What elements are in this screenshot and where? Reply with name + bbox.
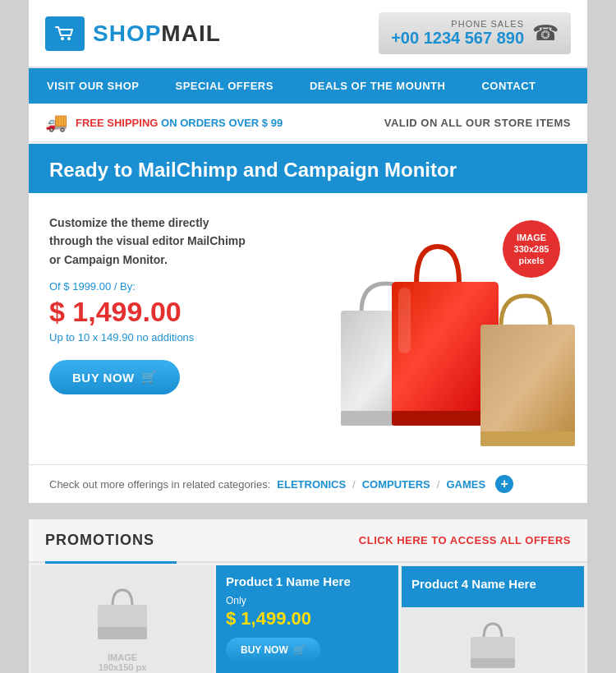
valid-text: VALID ON ALL OUR STORE ITEMS — [384, 117, 571, 129]
shipping-bar: 🚚 FREE SHIPPING ON ORDERS OVER $ 99 VALI… — [29, 104, 587, 142]
hero-content: Customize the theme directlythrough the … — [29, 193, 587, 464]
categories-bar: Check out more offerings in related cate… — [29, 464, 587, 503]
nav: VISIT OUR SHOP SPECIAL OFFERS DEALS OF T… — [29, 68, 587, 104]
svg-point-1 — [61, 37, 64, 40]
svg-rect-9 — [480, 431, 575, 446]
product-2-buy-button[interactable]: BUY NOW 🛒 — [226, 638, 320, 662]
nav-item-contact[interactable]: CONTACT — [463, 68, 554, 104]
product-3-name: Product 4 Name Here — [411, 576, 574, 592]
shipping-text: FREE SHIPPING ON ORDERS OVER $ 99 — [76, 117, 283, 129]
product-3-header: Product 4 Name Here — [402, 566, 584, 607]
truck-icon: 🚚 — [45, 112, 67, 133]
categories-label: Check out more offerings in related cate… — [49, 478, 270, 491]
product-3-bag-icon — [464, 617, 522, 671]
only-label: Only — [226, 595, 388, 606]
product-3-image: IMAGE 190x150 px — [402, 607, 584, 674]
category-games[interactable]: GAMES — [446, 478, 485, 491]
product-card-1: IMAGE 190x150 px — [31, 565, 214, 673]
nav-item-offers[interactable]: SPECIAL OFFERS — [157, 68, 291, 104]
original-price: Of $ 1999.00 / By: — [49, 280, 279, 293]
svg-rect-0 — [53, 22, 77, 45]
product-2-info: Product 1 Name Here Only $ 1,499.00 BUY … — [216, 565, 398, 671]
svg-rect-13 — [471, 658, 515, 668]
more-categories-button[interactable]: + — [495, 475, 513, 493]
category-electronics[interactable]: ELETRONICS — [277, 478, 346, 491]
phone-number: +00 1234 567 890 — [391, 29, 524, 48]
svg-rect-8 — [480, 325, 575, 446]
nav-item-deals[interactable]: DEALS OF THE MOUNTH — [292, 68, 464, 104]
phone-area: PHONE SALES +00 1234 567 890 ☎ — [379, 12, 571, 54]
phone-label: PHONE SALES — [391, 19, 524, 29]
product-1-image-label: IMAGE 190x150 px — [99, 652, 147, 672]
product-1-image: IMAGE 190x150 px — [31, 565, 214, 673]
cart-small-icon: 🛒 — [293, 644, 306, 656]
access-all-link[interactable]: CLICK HERE TO ACCESS ALL OFFERS — [359, 534, 571, 546]
hero-banner: Ready to MailChimp and Campaign Monitor — [29, 144, 587, 193]
phone-icon: ☎ — [532, 21, 559, 46]
header: SHOPMAIL PHONE SALES +00 1234 567 890 ☎ — [29, 0, 587, 68]
logo-text: SHOPMAIL — [93, 21, 221, 47]
svg-point-2 — [67, 37, 71, 40]
main-price: $ 1,499.00 — [49, 296, 279, 328]
hero-image-area: IMAGE 330x285 pixels — [296, 214, 567, 448]
cart-btn-icon: 🛒 — [141, 370, 158, 385]
product-card-3: Product 4 Name Here IMAGE 190x150 px — [401, 565, 585, 673]
hero-description: Customize the theme directlythrough the … — [49, 214, 279, 269]
image-badge: IMAGE 330x285 pixels — [503, 220, 560, 278]
svg-rect-6 — [398, 288, 411, 353]
product-2-name: Product 1 Name Here — [226, 574, 388, 590]
product-1-bag-icon — [90, 582, 155, 648]
product-2-price: $ 1,499.00 — [226, 608, 388, 629]
promotions-header: PROMOTIONS CLICK HERE TO ACCESS ALL OFFE… — [29, 519, 587, 563]
buy-now-button[interactable]: BUY NOW 🛒 — [49, 360, 180, 394]
promotions-title: PROMOTIONS — [45, 532, 154, 549]
section-spacer — [29, 503, 587, 519]
hero-title: Ready to MailChimp and Campaign Monitor — [49, 159, 567, 182]
product-card-2: Product 1 Name Here Only $ 1,499.00 BUY … — [216, 565, 398, 673]
installments: Up to 10 x 149.90 no additions — [49, 331, 279, 343]
logo-area: SHOPMAIL — [45, 16, 221, 51]
hero-left: Customize the theme directlythrough the … — [49, 214, 279, 394]
cart-icon — [45, 16, 85, 51]
category-computers[interactable]: COMPUTERS — [362, 478, 430, 491]
nav-item-shop[interactable]: VISIT OUR SHOP — [29, 68, 157, 104]
svg-rect-11 — [98, 627, 147, 639]
product-grid: IMAGE 190x150 px Product 1 Name Here Onl… — [29, 563, 587, 673]
